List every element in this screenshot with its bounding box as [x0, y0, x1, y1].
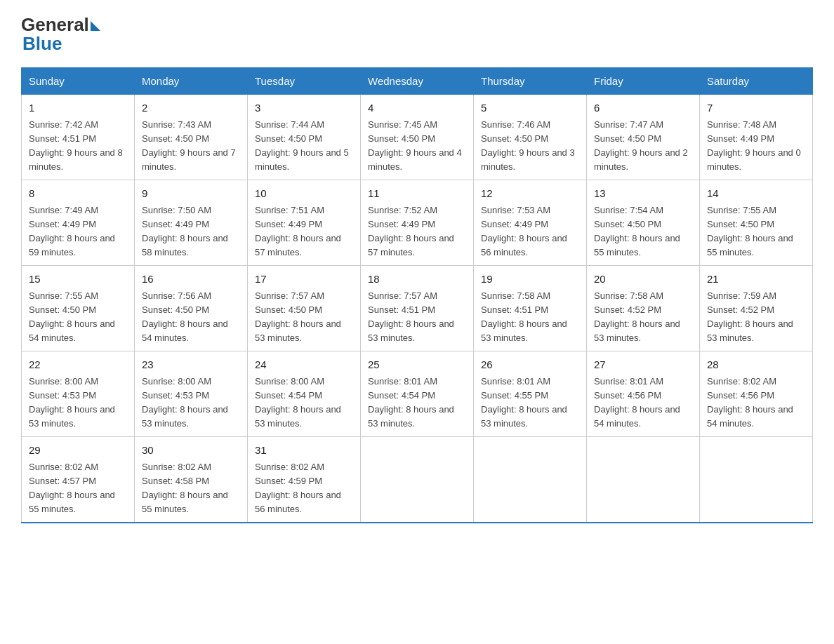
week-row-3: 15Sunrise: 7:55 AMSunset: 4:50 PMDayligh… [22, 266, 813, 351]
calendar-cell [474, 437, 587, 523]
calendar-header-row: SundayMondayTuesdayWednesdayThursdayFrid… [22, 68, 813, 95]
day-info: Sunrise: 8:01 AMSunset: 4:54 PMDaylight:… [368, 375, 466, 431]
col-header-friday: Friday [587, 68, 700, 95]
day-info: Sunrise: 7:55 AMSunset: 4:50 PMDaylight:… [707, 203, 805, 260]
day-info: Sunrise: 7:57 AMSunset: 4:51 PMDaylight:… [368, 289, 466, 346]
day-info: Sunrise: 7:54 AMSunset: 4:50 PMDaylight:… [594, 203, 692, 260]
day-info: Sunrise: 7:48 AMSunset: 4:49 PMDaylight:… [707, 118, 805, 175]
day-number: 15 [29, 271, 127, 288]
day-info: Sunrise: 7:46 AMSunset: 4:50 PMDaylight:… [481, 118, 579, 175]
day-info: Sunrise: 7:51 AMSunset: 4:49 PMDaylight:… [255, 203, 353, 260]
day-number: 7 [707, 100, 805, 116]
day-info: Sunrise: 8:00 AMSunset: 4:53 PMDaylight:… [142, 375, 240, 431]
day-number: 17 [255, 271, 353, 288]
calendar-cell: 27Sunrise: 8:01 AMSunset: 4:56 PMDayligh… [587, 351, 700, 437]
week-row-2: 8Sunrise: 7:49 AMSunset: 4:49 PMDaylight… [22, 180, 813, 266]
calendar-cell: 30Sunrise: 8:02 AMSunset: 4:58 PMDayligh… [135, 437, 248, 523]
day-number: 6 [594, 100, 692, 116]
day-number: 26 [481, 357, 579, 373]
week-row-1: 1Sunrise: 7:42 AMSunset: 4:51 PMDaylight… [22, 95, 813, 180]
day-info: Sunrise: 7:43 AMSunset: 4:50 PMDaylight:… [142, 118, 240, 175]
day-info: Sunrise: 8:00 AMSunset: 4:54 PMDaylight:… [255, 375, 353, 431]
day-number: 27 [594, 357, 692, 373]
calendar-cell: 3Sunrise: 7:44 AMSunset: 4:50 PMDaylight… [248, 95, 361, 180]
calendar-cell: 25Sunrise: 8:01 AMSunset: 4:54 PMDayligh… [361, 351, 474, 437]
day-info: Sunrise: 7:49 AMSunset: 4:49 PMDaylight:… [29, 203, 127, 260]
calendar-cell: 12Sunrise: 7:53 AMSunset: 4:49 PMDayligh… [474, 180, 587, 266]
calendar-cell: 20Sunrise: 7:58 AMSunset: 4:52 PMDayligh… [587, 266, 700, 351]
calendar-cell: 9Sunrise: 7:50 AMSunset: 4:49 PMDaylight… [135, 180, 248, 266]
logo-arrow-icon [91, 21, 100, 31]
day-info: Sunrise: 7:59 AMSunset: 4:52 PMDaylight:… [707, 289, 805, 346]
calendar-cell: 5Sunrise: 7:46 AMSunset: 4:50 PMDaylight… [474, 95, 587, 180]
calendar-cell: 26Sunrise: 8:01 AMSunset: 4:55 PMDayligh… [474, 351, 587, 437]
col-header-monday: Monday [135, 68, 248, 95]
week-row-4: 22Sunrise: 8:00 AMSunset: 4:53 PMDayligh… [22, 351, 813, 437]
calendar-cell [361, 437, 474, 523]
day-number: 11 [368, 186, 466, 202]
logo-text-blue: Blue [22, 33, 100, 55]
day-number: 29 [29, 443, 127, 459]
day-info: Sunrise: 8:02 AMSunset: 4:59 PMDaylight:… [255, 460, 353, 517]
calendar-cell [700, 437, 813, 523]
day-number: 25 [368, 357, 466, 373]
day-number: 24 [255, 357, 353, 373]
day-number: 12 [481, 186, 579, 202]
calendar-cell: 22Sunrise: 8:00 AMSunset: 4:53 PMDayligh… [22, 351, 135, 437]
day-info: Sunrise: 8:02 AMSunset: 4:58 PMDaylight:… [142, 460, 240, 517]
calendar-cell: 16Sunrise: 7:56 AMSunset: 4:50 PMDayligh… [135, 266, 248, 351]
calendar-cell: 2Sunrise: 7:43 AMSunset: 4:50 PMDaylight… [135, 95, 248, 180]
calendar-cell: 11Sunrise: 7:52 AMSunset: 4:49 PMDayligh… [361, 180, 474, 266]
calendar-cell: 21Sunrise: 7:59 AMSunset: 4:52 PMDayligh… [700, 266, 813, 351]
day-number: 28 [707, 357, 805, 373]
week-row-5: 29Sunrise: 8:02 AMSunset: 4:57 PMDayligh… [22, 437, 813, 523]
day-number: 19 [481, 271, 579, 288]
day-number: 21 [707, 271, 805, 288]
calendar-cell: 28Sunrise: 8:02 AMSunset: 4:56 PMDayligh… [700, 351, 813, 437]
day-info: Sunrise: 7:58 AMSunset: 4:52 PMDaylight:… [594, 289, 692, 346]
col-header-thursday: Thursday [474, 68, 587, 95]
day-info: Sunrise: 8:02 AMSunset: 4:56 PMDaylight:… [707, 375, 805, 431]
day-number: 14 [707, 186, 805, 202]
col-header-wednesday: Wednesday [361, 68, 474, 95]
day-number: 8 [29, 186, 127, 202]
calendar-cell: 6Sunrise: 7:47 AMSunset: 4:50 PMDaylight… [587, 95, 700, 180]
day-number: 18 [368, 271, 466, 288]
calendar-cell: 24Sunrise: 8:00 AMSunset: 4:54 PMDayligh… [248, 351, 361, 437]
calendar-cell: 17Sunrise: 7:57 AMSunset: 4:50 PMDayligh… [248, 266, 361, 351]
calendar-cell: 13Sunrise: 7:54 AMSunset: 4:50 PMDayligh… [587, 180, 700, 266]
day-number: 30 [142, 443, 240, 459]
day-info: Sunrise: 8:01 AMSunset: 4:56 PMDaylight:… [594, 375, 692, 431]
day-info: Sunrise: 8:00 AMSunset: 4:53 PMDaylight:… [29, 375, 127, 431]
day-number: 2 [142, 100, 240, 116]
col-header-saturday: Saturday [700, 68, 813, 95]
calendar-cell: 14Sunrise: 7:55 AMSunset: 4:50 PMDayligh… [700, 180, 813, 266]
day-info: Sunrise: 7:55 AMSunset: 4:50 PMDaylight:… [29, 289, 127, 346]
calendar-table: SundayMondayTuesdayWednesdayThursdayFrid… [21, 67, 813, 523]
calendar-cell: 7Sunrise: 7:48 AMSunset: 4:49 PMDaylight… [700, 95, 813, 180]
calendar-cell: 15Sunrise: 7:55 AMSunset: 4:50 PMDayligh… [22, 266, 135, 351]
calendar-cell: 10Sunrise: 7:51 AMSunset: 4:49 PMDayligh… [248, 180, 361, 266]
day-info: Sunrise: 7:44 AMSunset: 4:50 PMDaylight:… [255, 118, 353, 175]
calendar-cell: 1Sunrise: 7:42 AMSunset: 4:51 PMDaylight… [22, 95, 135, 180]
day-number: 5 [481, 100, 579, 116]
day-info: Sunrise: 7:50 AMSunset: 4:49 PMDaylight:… [142, 203, 240, 260]
day-number: 16 [142, 271, 240, 288]
day-number: 9 [142, 186, 240, 202]
logo: General Blue [21, 14, 100, 55]
calendar-cell: 18Sunrise: 7:57 AMSunset: 4:51 PMDayligh… [361, 266, 474, 351]
day-number: 31 [255, 443, 353, 459]
day-info: Sunrise: 8:02 AMSunset: 4:57 PMDaylight:… [29, 460, 127, 517]
day-number: 22 [29, 357, 127, 373]
day-number: 1 [29, 100, 127, 116]
day-info: Sunrise: 7:53 AMSunset: 4:49 PMDaylight:… [481, 203, 579, 260]
day-number: 4 [368, 100, 466, 116]
day-number: 23 [142, 357, 240, 373]
day-number: 10 [255, 186, 353, 202]
calendar-cell: 8Sunrise: 7:49 AMSunset: 4:49 PMDaylight… [22, 180, 135, 266]
day-info: Sunrise: 8:01 AMSunset: 4:55 PMDaylight:… [481, 375, 579, 431]
calendar-cell: 29Sunrise: 8:02 AMSunset: 4:57 PMDayligh… [22, 437, 135, 523]
col-header-sunday: Sunday [22, 68, 135, 95]
col-header-tuesday: Tuesday [248, 68, 361, 95]
day-info: Sunrise: 7:47 AMSunset: 4:50 PMDaylight:… [594, 118, 692, 175]
